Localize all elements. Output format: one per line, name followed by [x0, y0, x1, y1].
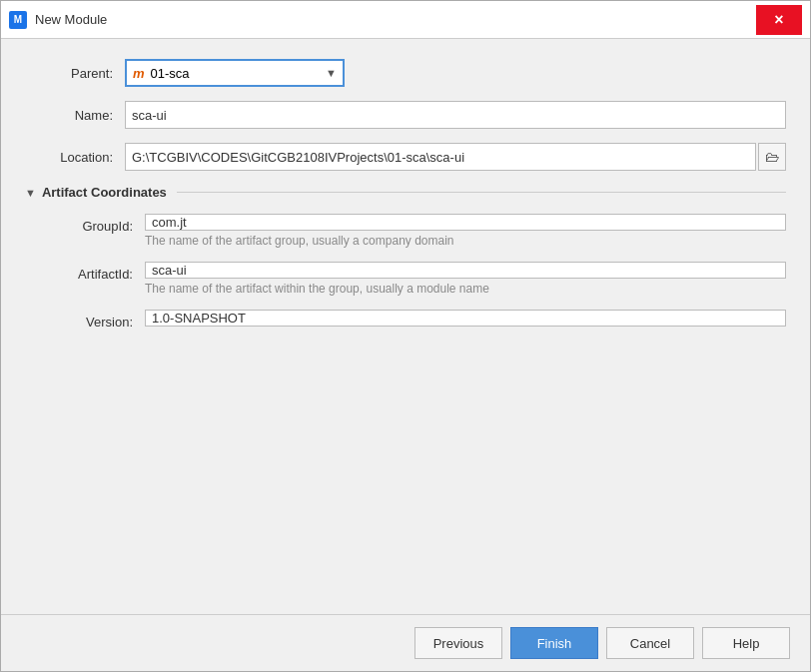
groupid-row: GroupId: The name of the artifact group,…	[35, 214, 786, 258]
artifactid-field-wrap: The name of the artifact within the grou…	[145, 262, 786, 306]
groupid-field-wrap: The name of the artifact group, usually …	[145, 214, 786, 258]
location-input[interactable]	[125, 143, 756, 171]
section-divider	[177, 192, 786, 193]
version-label: Version:	[35, 310, 145, 330]
artifactid-input[interactable]	[145, 262, 786, 279]
section-collapse-icon[interactable]: ▼	[25, 187, 36, 199]
groupid-hint: The name of the artifact group, usually …	[145, 234, 786, 248]
artifact-section-header: ▼ Artifact Coordinates	[25, 185, 786, 200]
artifactid-row: ArtifactId: The name of the artifact wit…	[35, 262, 786, 306]
previous-button[interactable]: Previous	[414, 627, 502, 659]
groupid-input[interactable]	[145, 214, 786, 231]
dialog-title: New Module	[35, 12, 107, 27]
help-button[interactable]: Help	[702, 627, 790, 659]
artifact-section-body: GroupId: The name of the artifact group,…	[35, 214, 786, 330]
name-input[interactable]	[125, 101, 786, 129]
location-row: Location: 🗁	[25, 143, 786, 171]
name-row: Name:	[25, 101, 786, 129]
groupid-label: GroupId:	[35, 214, 145, 234]
parent-m-icon: m	[133, 66, 145, 81]
close-button[interactable]: ×	[756, 5, 802, 35]
artifactid-label: ArtifactId:	[35, 262, 145, 282]
name-label: Name:	[25, 108, 125, 123]
title-bar: M New Module ×	[1, 1, 810, 39]
browse-button[interactable]: 🗁	[758, 143, 786, 171]
finish-button[interactable]: Finish	[510, 627, 598, 659]
new-module-dialog: M New Module × Parent: m 01-sca ▼ Name: …	[0, 0, 811, 672]
dialog-footer: Previous Finish Cancel Help	[1, 614, 810, 671]
cancel-button[interactable]: Cancel	[606, 627, 694, 659]
parent-value: 01-sca	[151, 66, 190, 81]
dialog-content: Parent: m 01-sca ▼ Name: Location: 🗁 ▼ A…	[1, 39, 810, 614]
location-label: Location:	[25, 150, 125, 165]
version-row: Version:	[35, 310, 786, 330]
artifactid-hint: The name of the artifact within the grou…	[145, 282, 786, 296]
parent-label: Parent:	[25, 66, 125, 81]
version-input[interactable]	[145, 310, 786, 327]
version-field-wrap	[145, 310, 786, 327]
parent-row: Parent: m 01-sca ▼	[25, 59, 786, 87]
dialog-icon: M	[9, 11, 27, 29]
parent-dropdown[interactable]: m 01-sca ▼	[125, 59, 345, 87]
dropdown-arrow-icon: ▼	[326, 67, 337, 79]
artifact-section-title: Artifact Coordinates	[42, 185, 167, 200]
title-bar-left: M New Module	[9, 11, 107, 29]
